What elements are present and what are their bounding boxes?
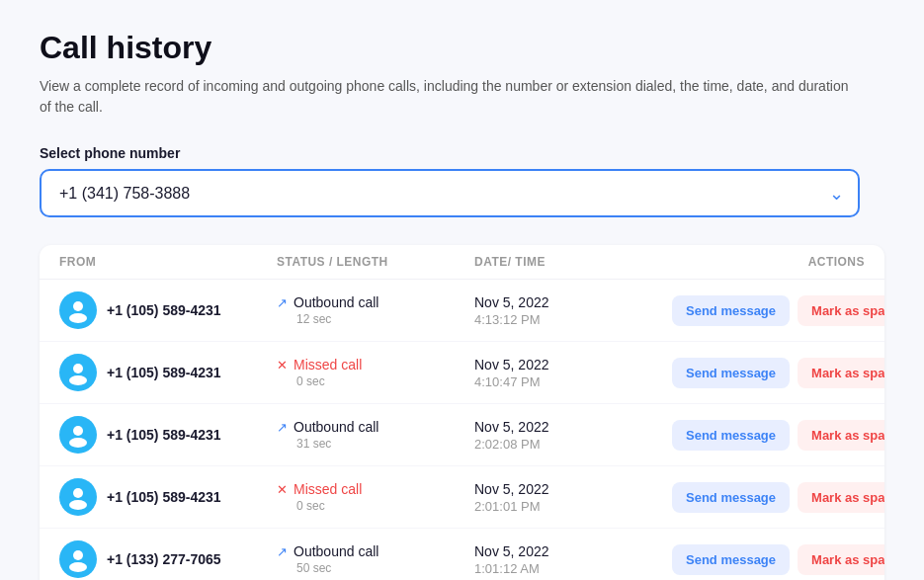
status-label: Missed call xyxy=(294,357,362,373)
from-cell: +1 (105) 589-4231 xyxy=(59,291,277,329)
status-label: Outbound call xyxy=(294,543,378,559)
date-text: Nov 5, 2022 xyxy=(474,357,672,373)
table-row: +1 (133) 277-7065 ↗ Outbound call 50 sec… xyxy=(40,529,884,580)
header-date-time: DATE/ TIME xyxy=(474,255,672,269)
svg-point-3 xyxy=(69,375,87,385)
status-row: ↗ Outbound call xyxy=(277,543,474,559)
actions-cell: Send message Mark as spam xyxy=(672,358,884,388)
avatar xyxy=(59,291,97,329)
datetime-cell: Nov 5, 2022 2:02:08 PM xyxy=(474,419,672,452)
outbound-call-icon: ↗ xyxy=(277,420,288,435)
svg-point-0 xyxy=(73,301,83,311)
status-row: ↗ Outbound call xyxy=(277,294,474,310)
phone-select-wrapper: +1 (341) 758-3888 ⌄ xyxy=(40,169,860,217)
time-text: 2:02:08 PM xyxy=(474,437,672,452)
from-cell: +1 (105) 589-4231 xyxy=(59,416,277,454)
mark-as-spam-button[interactable]: Mark as spam xyxy=(798,482,884,513)
status-duration: 12 sec xyxy=(277,312,474,326)
phone-number-select[interactable]: +1 (341) 758-3888 xyxy=(40,169,860,217)
from-number: +1 (105) 589-4231 xyxy=(107,489,221,505)
select-label-wrapper: Select phone number +1 (341) 758-3888 ⌄ xyxy=(40,145,884,217)
from-cell: +1 (105) 589-4231 xyxy=(59,478,277,516)
svg-point-9 xyxy=(69,562,87,572)
from-number: +1 (105) 589-4231 xyxy=(107,427,221,443)
datetime-cell: Nov 5, 2022 4:10:47 PM xyxy=(474,357,672,389)
datetime-cell: Nov 5, 2022 4:13:12 PM xyxy=(474,294,672,327)
missed-call-icon: ✕ xyxy=(277,358,288,373)
table-row: +1 (105) 589-4231 ✕ Missed call 0 sec No… xyxy=(40,466,884,529)
status-cell: ↗ Outbound call 12 sec xyxy=(277,294,474,326)
status-label: Outbound call xyxy=(294,294,378,310)
time-text: 4:13:12 PM xyxy=(474,312,672,327)
from-cell: +1 (105) 589-4231 xyxy=(59,354,277,391)
time-text: 1:01:12 AM xyxy=(474,561,672,576)
outbound-call-icon: ↗ xyxy=(277,295,288,310)
actions-cell: Send message Mark as spam xyxy=(672,295,884,326)
status-label: Outbound call xyxy=(294,419,378,435)
svg-point-1 xyxy=(69,313,87,323)
status-cell: ↗ Outbound call 31 sec xyxy=(277,419,474,451)
status-row: ✕ Missed call xyxy=(277,357,474,373)
datetime-cell: Nov 5, 2022 2:01:01 PM xyxy=(474,481,672,514)
mark-as-spam-button[interactable]: Mark as spam xyxy=(798,295,884,326)
svg-point-4 xyxy=(73,426,83,436)
header-status-length: STATUS / LENGTH xyxy=(277,255,474,269)
send-message-button[interactable]: Send message xyxy=(672,358,790,388)
datetime-cell: Nov 5, 2022 1:01:12 AM xyxy=(474,543,672,576)
status-duration: 31 sec xyxy=(277,437,474,451)
status-label: Missed call xyxy=(294,481,362,497)
page-subtitle: View a complete record of incoming and o… xyxy=(40,76,850,118)
send-message-button[interactable]: Send message xyxy=(672,544,790,575)
actions-cell: Send message Mark as spam xyxy=(672,544,884,575)
status-duration: 0 sec xyxy=(277,499,474,513)
date-text: Nov 5, 2022 xyxy=(474,294,672,310)
status-duration: 0 sec xyxy=(277,374,474,388)
send-message-button[interactable]: Send message xyxy=(672,295,790,326)
time-text: 2:01:01 PM xyxy=(474,499,672,514)
from-cell: +1 (133) 277-7065 xyxy=(59,540,277,578)
status-cell: ↗ Outbound call 50 sec xyxy=(277,543,474,575)
status-cell: ✕ Missed call 0 sec xyxy=(277,481,474,513)
status-row: ↗ Outbound call xyxy=(277,419,474,435)
table-row: +1 (105) 589-4231 ✕ Missed call 0 sec No… xyxy=(40,342,884,404)
send-message-button[interactable]: Send message xyxy=(672,420,790,451)
from-number: +1 (133) 277-7065 xyxy=(107,551,221,567)
time-text: 4:10:47 PM xyxy=(474,374,672,389)
send-message-button[interactable]: Send message xyxy=(672,482,790,513)
call-history-table: FROM STATUS / LENGTH DATE/ TIME ACTIONS … xyxy=(40,245,884,580)
date-text: Nov 5, 2022 xyxy=(474,543,672,559)
avatar xyxy=(59,416,97,454)
avatar xyxy=(59,540,97,578)
mark-as-spam-button[interactable]: Mark as spam xyxy=(798,544,884,575)
table-header: FROM STATUS / LENGTH DATE/ TIME ACTIONS xyxy=(40,245,884,280)
outbound-call-icon: ↗ xyxy=(277,544,288,559)
from-number: +1 (105) 589-4231 xyxy=(107,365,221,380)
mark-as-spam-button[interactable]: Mark as spam xyxy=(798,420,884,451)
status-duration: 50 sec xyxy=(277,561,474,575)
page-title: Call history xyxy=(40,30,884,66)
header-from: FROM xyxy=(59,255,277,269)
select-label: Select phone number xyxy=(40,145,884,161)
svg-point-5 xyxy=(69,438,87,448)
status-row: ✕ Missed call xyxy=(277,481,474,497)
header-actions: ACTIONS xyxy=(672,255,865,269)
date-text: Nov 5, 2022 xyxy=(474,419,672,435)
avatar xyxy=(59,354,97,391)
table-row: +1 (105) 589-4231 ↗ Outbound call 12 sec… xyxy=(40,280,884,342)
missed-call-icon: ✕ xyxy=(277,482,288,497)
actions-cell: Send message Mark as spam xyxy=(672,420,884,451)
svg-point-6 xyxy=(73,488,83,498)
table-row: +1 (105) 589-4231 ↗ Outbound call 31 sec… xyxy=(40,404,884,466)
svg-point-8 xyxy=(73,550,83,560)
avatar xyxy=(59,478,97,516)
actions-cell: Send message Mark as spam xyxy=(672,482,884,513)
svg-point-2 xyxy=(73,364,83,373)
svg-point-7 xyxy=(69,500,87,510)
mark-as-spam-button[interactable]: Mark as spam xyxy=(798,358,884,388)
date-text: Nov 5, 2022 xyxy=(474,481,672,497)
from-number: +1 (105) 589-4231 xyxy=(107,302,221,318)
status-cell: ✕ Missed call 0 sec xyxy=(277,357,474,388)
